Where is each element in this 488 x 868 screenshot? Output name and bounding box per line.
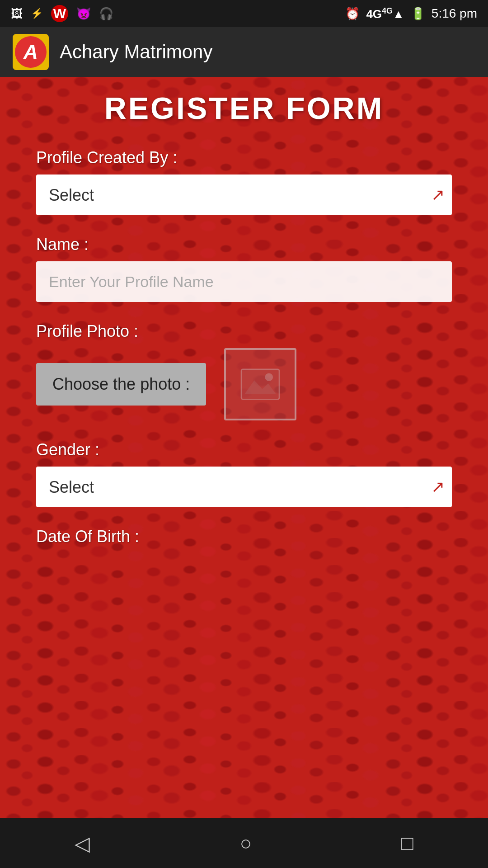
usb-icon: ⚡ [31,8,43,19]
logo-letter: A [23,41,38,63]
recents-button[interactable]: □ [383,825,432,862]
recents-icon: □ [401,832,413,854]
gender-select[interactable]: Select Male Female [36,467,452,507]
back-icon: ◁ [75,832,90,855]
profile-photo-label: Profile Photo : [36,322,452,341]
gender-select-container: Select Male Female ↗ [36,467,452,507]
app-title: Achary Matrimony [60,41,212,63]
svg-rect-0 [241,369,279,400]
profile-created-by-select-container: Select Self Parent Sibling Friend ↗ [36,175,452,215]
dob-label: Date Of Birth : [36,527,452,546]
status-bar: 🖼 ⚡ W 👿 🎧 ⏰ 4G4G▲ 🔋 5:16 pm [0,0,488,27]
profile-created-by-select[interactable]: Select Self Parent Sibling Friend [36,175,452,215]
name-input[interactable] [36,261,452,302]
profile-created-by-section: Profile Created By : Select Self Parent … [36,148,452,215]
devil-icon: 👿 [76,7,91,21]
home-icon: ○ [239,832,252,854]
w-icon: W [51,5,68,22]
photo-placeholder-icon [240,368,281,400]
main-content: REGISTER FORM Profile Created By : Selec… [0,77,488,818]
gender-section: Gender : Select Male Female ↗ [36,440,452,507]
status-bar-left: 🖼 ⚡ W 👿 🎧 [11,5,113,22]
signal-icon: 4G4G▲ [366,6,404,21]
dob-section: Date Of Birth : [36,527,452,546]
profile-created-by-label: Profile Created By : [36,148,452,167]
svg-point-2 [265,373,273,382]
photo-preview [224,348,296,420]
back-button[interactable]: ◁ [56,825,108,862]
choose-photo-button[interactable]: Choose the photo : [36,363,206,406]
bottom-nav: ◁ ○ □ [0,818,488,868]
form-title: REGISTER FORM [36,90,452,126]
status-time: 5:16 pm [432,6,477,21]
name-section: Name : [36,235,452,302]
profile-photo-section: Profile Photo : Choose the photo : [36,322,452,420]
headphone-icon: 🎧 [99,7,113,21]
status-bar-right: ⏰ 4G4G▲ 🔋 5:16 pm [345,6,477,21]
name-label: Name : [36,235,452,254]
photo-row: Choose the photo : [36,348,452,420]
app-logo: A [13,34,49,70]
register-form: REGISTER FORM Profile Created By : Selec… [0,77,488,584]
gender-label: Gender : [36,440,452,459]
home-button[interactable]: ○ [221,825,270,862]
alarm-icon: ⏰ [345,7,360,21]
app-bar: A Achary Matrimony [0,27,488,77]
gallery-icon: 🖼 [11,7,23,21]
battery-icon: 🔋 [411,7,425,21]
